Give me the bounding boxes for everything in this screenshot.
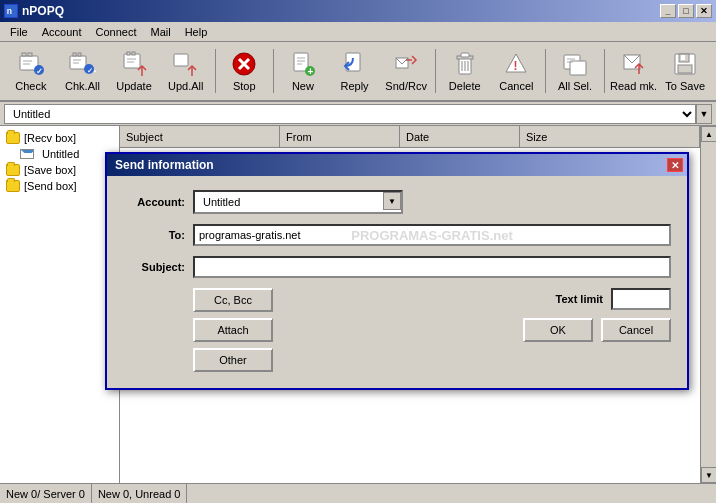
menu-file[interactable]: File <box>4 24 34 40</box>
app-icon: n <box>4 4 18 18</box>
menu-connect[interactable]: Connect <box>89 24 142 40</box>
toolbar: ✓ Check ✓✓ Chk.All <box>0 42 716 102</box>
svg-rect-4 <box>28 53 32 56</box>
modal-close-button[interactable]: ✕ <box>667 158 683 172</box>
scroll-up-button[interactable]: ▲ <box>701 126 716 142</box>
all-sel-button[interactable]: All Sel. <box>550 45 600 97</box>
chk-all-label: Chk.All <box>65 80 100 92</box>
maximize-button[interactable]: □ <box>678 4 694 18</box>
account-bar: Untitled ▼ <box>0 102 716 126</box>
toolbar-separator-5 <box>604 49 605 93</box>
dialog-cancel-button[interactable]: Cancel <box>601 318 671 342</box>
sidebar-item-untitled[interactable]: Untitled <box>2 146 117 162</box>
svg-text:n: n <box>7 6 12 16</box>
new-icon: + <box>289 50 317 78</box>
svg-rect-18 <box>132 52 135 55</box>
svg-rect-16 <box>124 54 140 68</box>
svg-text:✓✓: ✓✓ <box>87 67 97 74</box>
scroll-thumb[interactable] <box>701 142 716 467</box>
cancel-icon: ! <box>502 50 530 78</box>
account-select[interactable]: Untitled <box>4 104 696 124</box>
delete-icon <box>451 50 479 78</box>
account-select-wrapper: Untitled <box>4 104 696 124</box>
sidebar-untitled-label: Untitled <box>42 148 79 160</box>
modal-title-bar: Send information ✕ <box>107 154 687 176</box>
new-button[interactable]: + New <box>278 45 328 97</box>
close-button[interactable]: ✕ <box>696 4 712 18</box>
read-mk-icon <box>620 50 648 78</box>
send-information-dialog: Send information ✕ Account: Untitled ▼ T… <box>105 152 689 390</box>
buttons-area: Cc, Bcc Attach Other Text limit OK Cance… <box>123 288 671 372</box>
subject-field-label: Subject: <box>123 261 193 273</box>
cc-bcc-button[interactable]: Cc, Bcc <box>193 288 273 312</box>
to-save-button[interactable]: To Save <box>660 45 710 97</box>
scrollbar-vertical[interactable]: ▲ ▼ <box>700 126 716 483</box>
svg-rect-3 <box>22 53 26 56</box>
to-save-icon <box>671 50 699 78</box>
status-right: New 0, Unread 0 <box>92 484 188 503</box>
svg-rect-45 <box>570 61 586 75</box>
toolbar-separator-1 <box>215 49 216 93</box>
sidebar-item-recv-box[interactable]: [Recv box] <box>2 130 117 146</box>
menu-account[interactable]: Account <box>36 24 88 40</box>
update-label: Update <box>116 80 151 92</box>
account-dropdown-arrow[interactable]: ▼ <box>696 104 712 124</box>
modal-body: Account: Untitled ▼ To: PROGRAMAS-GRATIS… <box>107 176 687 388</box>
sidebar: [Recv box] Untitled [Save box] [Send box… <box>0 126 120 483</box>
snd-rcv-label: Snd/Rcv <box>385 80 427 92</box>
stop-button[interactable]: Stop <box>219 45 269 97</box>
col-header-size: Size <box>520 126 700 147</box>
subject-input[interactable] <box>193 256 671 278</box>
chk-all-icon: ✓✓ <box>68 50 96 78</box>
other-button[interactable]: Other <box>193 348 273 372</box>
attach-button[interactable]: Attach <box>193 318 273 342</box>
chk-all-button[interactable]: ✓✓ Chk.All <box>58 45 108 97</box>
svg-rect-10 <box>73 53 76 56</box>
svg-text:!: ! <box>514 59 518 73</box>
toolbar-separator-4 <box>545 49 546 93</box>
sidebar-item-send-box[interactable]: [Send box] <box>2 178 117 194</box>
svg-rect-11 <box>78 53 81 56</box>
app-title: nPOPQ <box>22 4 64 18</box>
folder-icon-send <box>6 180 20 192</box>
cancel-button[interactable]: ! Cancel <box>492 45 542 97</box>
col-header-from: From <box>280 126 400 147</box>
check-button[interactable]: ✓ Check <box>6 45 56 97</box>
title-bar-left: n nPOPQ <box>4 4 64 18</box>
menu-help[interactable]: Help <box>179 24 214 40</box>
reply-button[interactable]: Reply <box>330 45 380 97</box>
sidebar-item-save-box[interactable]: [Save box] <box>2 162 117 178</box>
status-left: New 0/ Server 0 <box>0 484 92 503</box>
col-header-subject: Subject <box>120 126 280 147</box>
subject-row: Subject: <box>123 256 671 278</box>
to-input[interactable] <box>193 224 671 246</box>
snd-rcv-button[interactable]: Snd/Rcv <box>381 45 431 97</box>
update-button[interactable]: Update <box>109 45 159 97</box>
minimize-button[interactable]: _ <box>660 4 676 18</box>
title-bar: n nPOPQ _ □ ✕ <box>0 0 716 22</box>
toolbar-separator-3 <box>435 49 436 93</box>
upd-all-button[interactable]: Upd.All <box>161 45 211 97</box>
menu-bar: File Account Connect Mail Help <box>0 22 716 42</box>
ok-button[interactable]: OK <box>523 318 593 342</box>
toolbar-separator-2 <box>273 49 274 93</box>
scroll-down-button[interactable]: ▼ <box>701 467 716 483</box>
sidebar-recv-box-label: [Recv box] <box>24 132 76 144</box>
svg-rect-55 <box>21 153 34 159</box>
menu-mail[interactable]: Mail <box>144 24 176 40</box>
svg-text:+: + <box>307 66 313 77</box>
account-dropdown[interactable]: Untitled <box>193 190 403 214</box>
text-limit-label: Text limit <box>556 293 603 305</box>
cancel-label: Cancel <box>499 80 533 92</box>
read-mk-button[interactable]: Read mk. <box>609 45 659 97</box>
update-icon <box>120 50 148 78</box>
stop-icon <box>230 50 258 78</box>
table-header: Subject From Date Size <box>120 126 700 148</box>
to-save-label: To Save <box>665 80 705 92</box>
account-dropdown-wrapper: Untitled ▼ <box>193 190 403 214</box>
text-limit-input[interactable] <box>611 288 671 310</box>
account-field-label: Account: <box>123 196 193 208</box>
sidebar-save-box-label: [Save box] <box>24 164 76 176</box>
reply-label: Reply <box>340 80 368 92</box>
delete-button[interactable]: Delete <box>440 45 490 97</box>
